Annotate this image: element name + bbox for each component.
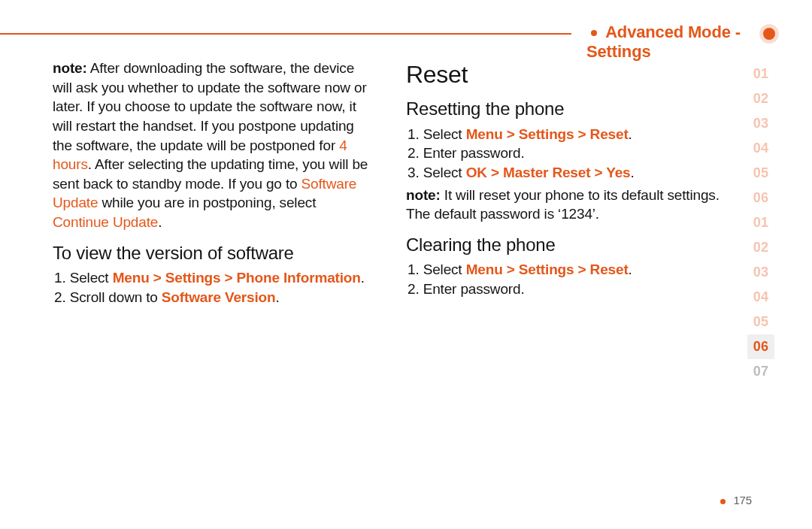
manual-page: Advanced Mode - Settings note: After dow… xyxy=(38,23,782,511)
heading-view-version: To view the version of software xyxy=(53,241,376,265)
header-title-text: Advanced Mode - Settings xyxy=(586,23,741,61)
right-column: Reset Resetting the phone 1. Select Menu… xyxy=(406,59,729,307)
step-text: 1. Select xyxy=(54,270,113,286)
heading-resetting: Resetting the phone xyxy=(406,97,729,121)
sidebar-index-item[interactable]: 06 xyxy=(747,186,774,210)
content-columns: note: After downloading the software, th… xyxy=(53,59,752,307)
note-paragraph-2: note: It will reset your phone to its de… xyxy=(406,186,729,224)
page-number: 175 xyxy=(733,494,752,506)
step-item: 2. Enter password. xyxy=(421,144,729,163)
step-path: Software Version xyxy=(162,289,276,305)
step-text: 1. Select xyxy=(408,126,466,142)
left-column: note: After downloading the software, th… xyxy=(53,59,376,307)
step-punct: . xyxy=(361,270,365,286)
steps-view-version: 1. Select Menu > Settings > Phone Inform… xyxy=(53,268,376,307)
sidebar-index-item[interactable]: 04 xyxy=(747,136,774,161)
step-punct: . xyxy=(629,126,632,142)
step-punct: . xyxy=(629,261,632,277)
note-label: note: xyxy=(406,187,441,203)
section-header: Advanced Mode - Settings xyxy=(579,23,782,62)
note-paragraph: note: After downloading the software, th… xyxy=(53,59,376,232)
step-text: 2. Scroll down to xyxy=(54,289,162,305)
step-path: Menu > Settings > Phone Information xyxy=(113,270,361,286)
step-path: Menu > Settings > Reset xyxy=(466,126,629,142)
page-footer: 175 xyxy=(716,494,752,506)
note-text-a: After downloading the software, the devi… xyxy=(53,60,367,153)
step-item: 1. Select Menu > Settings > Reset. xyxy=(421,260,729,280)
sidebar-index-item[interactable]: 06 xyxy=(747,334,774,359)
heading-reset: Reset xyxy=(406,59,729,91)
step-item: 1. Select Menu > Settings > Reset. xyxy=(421,125,729,144)
step-item: 1. Select Menu > Settings > Phone Inform… xyxy=(68,268,376,288)
step-text: 1. Select xyxy=(408,261,466,277)
header-end-dot-icon xyxy=(763,28,775,40)
steps-resetting: 1. Select Menu > Settings > Reset. 2. En… xyxy=(406,125,729,183)
sidebar-index-item[interactable]: 02 xyxy=(747,235,774,260)
step-item: 2. Scroll down to Software Version. xyxy=(68,288,376,307)
step-path: Menu > Settings > Reset xyxy=(466,261,629,277)
note-label: note: xyxy=(53,60,87,76)
sidebar-index-item[interactable]: 01 xyxy=(747,210,774,235)
sidebar-index-item[interactable]: 04 xyxy=(747,285,774,310)
sidebar-index-item[interactable]: 07 xyxy=(747,359,774,384)
sidebar-index-item[interactable]: 03 xyxy=(747,260,774,285)
step-path: OK > Master Reset > Yes xyxy=(466,165,631,180)
note-continue-update: Continue Update xyxy=(53,214,158,230)
bullet-icon xyxy=(720,499,726,504)
header-rule xyxy=(0,33,571,35)
step-punct: . xyxy=(630,165,634,180)
steps-clearing: 1. Select Menu > Settings > Reset. 2. En… xyxy=(406,260,729,298)
sidebar-index-item[interactable]: 03 xyxy=(747,111,774,136)
chapter-index-sidebar: 01020304050601020304050607 xyxy=(747,62,774,384)
sidebar-index-item[interactable]: 01 xyxy=(747,62,774,86)
sidebar-index-item[interactable]: 05 xyxy=(747,161,774,186)
bullet-icon xyxy=(591,30,597,36)
heading-clearing: Clearing the phone xyxy=(406,233,729,257)
note-text-d: . xyxy=(158,214,162,230)
step-item: 2. Enter password. xyxy=(421,280,729,299)
sidebar-index-item[interactable]: 02 xyxy=(747,86,774,111)
note-text: It will reset your phone to its default … xyxy=(406,187,720,222)
step-item: 3. Select OK > Master Reset > Yes. xyxy=(421,163,729,183)
note-text-c: while you are in postponing, select xyxy=(98,195,316,210)
step-text: 3. Select xyxy=(408,165,466,180)
sidebar-index-item[interactable]: 05 xyxy=(747,310,774,334)
step-punct: . xyxy=(275,289,279,305)
